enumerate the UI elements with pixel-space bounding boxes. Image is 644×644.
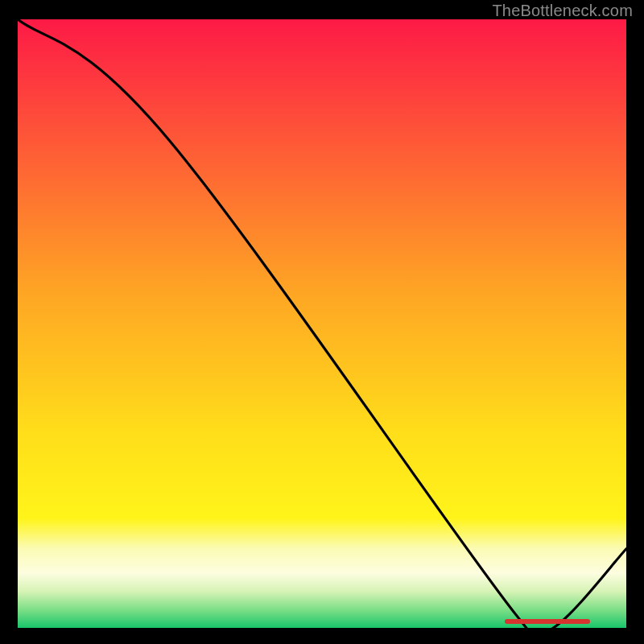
highlight-marker (505, 619, 590, 624)
chart-container: TheBottleneck.com (0, 0, 644, 644)
data-line (18, 19, 626, 628)
attribution-text: TheBottleneck.com (492, 2, 633, 20)
